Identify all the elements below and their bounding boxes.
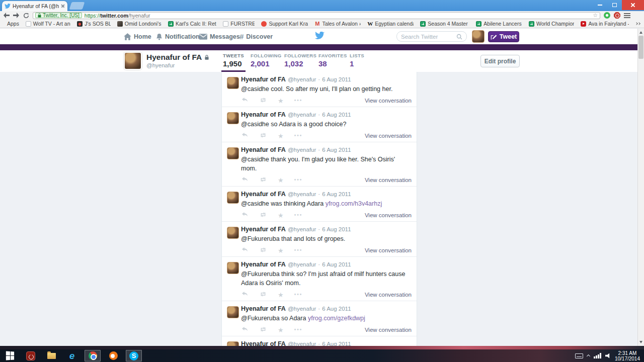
forward-button[interactable] [13,13,20,18]
reply-icon[interactable] [241,325,249,334]
nav-item-notifications[interactable]: Notifications [156,29,203,44]
tweet-author-handle[interactable]: @hyenafur [288,261,316,268]
tweet-avatar[interactable] [227,112,239,124]
tweet-author-name[interactable]: Hyenafur of FA [241,146,286,154]
close-button[interactable] [622,0,644,10]
keyboard-tray-icon[interactable] [575,353,583,358]
nav-item-home[interactable]: Home [124,29,151,44]
tweet-author-handle[interactable]: @hyenafur [288,305,316,313]
more-icon[interactable]: ••• [294,177,303,183]
tweet-author-handle[interactable]: @hyenafur [288,76,316,83]
chrome-menu-icon[interactable] [624,13,630,18]
tweet-timestamp[interactable]: 6 Aug 2011 [322,111,351,119]
tweet-item[interactable]: Hyenafur of FA @hyenafur · 6 Aug 2011 @F… [222,301,417,336]
retweet-icon[interactable] [259,175,267,185]
profile-name[interactable]: Hyenafur of FA [146,53,202,62]
tweet-item[interactable]: Hyenafur of FA @hyenafur · 6 Aug 2011 @F… [222,222,417,257]
tweet-timestamp[interactable]: 6 Aug 2011 [322,261,351,268]
nav-item-discover[interactable]: # Discover [239,29,273,44]
tweet-link[interactable]: yfrog.com/gzefkdwpj [308,315,365,322]
back-button[interactable] [3,13,10,18]
tweet-author-name[interactable]: Hyenafur of FA [241,226,286,233]
tweet-author-handle[interactable]: @hyenafur [288,191,316,198]
taskbar-gom-player[interactable] [105,350,121,361]
apps-shortcut[interactable]: Apps [4,21,19,27]
extension-icon-red[interactable] [614,12,620,19]
tweet-timestamp[interactable]: 6 Aug 2011 [322,226,351,233]
network-signal-icon[interactable] [594,353,601,358]
tweet-item[interactable]: Hyenafur of FA @hyenafur · 6 Aug 2011 @c… [222,72,417,107]
search-box[interactable] [396,31,467,42]
tweet-avatar[interactable] [227,262,239,274]
view-conversation-link[interactable]: View conversation [365,292,412,298]
tweet-author-name[interactable]: Hyenafur of FA [241,340,286,346]
maximize-button[interactable] [607,0,622,10]
bookmark-item[interactable]: M Tales of Avalon » Ju... [314,21,361,27]
retweet-icon[interactable] [259,325,267,334]
new-tab-button[interactable] [69,2,85,10]
tweet-link[interactable]: yfrog.com/h3v4arhzj [326,200,382,207]
tweet-timestamp[interactable]: 6 Aug 2011 [322,191,351,198]
bookmark-item[interactable]: Season 4 Master She... [420,21,469,27]
retweet-icon[interactable] [259,211,267,220]
tweet-author-handle[interactable]: @hyenafur [288,226,316,233]
bookmark-star-icon[interactable]: ☆ [593,13,598,18]
view-conversation-link[interactable]: View conversation [365,177,412,183]
nav-item-messages[interactable]: Messages [199,29,240,44]
profile-avatar[interactable] [124,52,142,70]
tweet-avatar[interactable] [227,192,239,204]
tweet-author-name[interactable]: Hyenafur of FA [241,111,286,119]
tweet-item[interactable]: Hyenafur of FA @hyenafur · 6 Aug 2011 @c… [222,187,417,222]
tweet-item[interactable]: Hyenafur of FA @hyenafur · 6 Aug 2011 @c… [222,107,417,142]
favorite-star-icon[interactable]: ★ [278,212,284,219]
tweet-avatar[interactable] [227,77,239,89]
reply-icon[interactable] [241,131,249,140]
tweet-avatar[interactable] [227,147,239,159]
taskbar-power-app[interactable] [23,350,39,361]
view-conversation-link[interactable]: View conversation [365,247,412,253]
reply-icon[interactable] [241,175,249,185]
reply-icon[interactable] [241,246,249,255]
nav-profile-avatar[interactable] [472,30,485,43]
taskbar-internet-explorer[interactable]: e [64,350,80,361]
tweet-item[interactable]: Hyenafur of FA @hyenafur · 6 Aug 2011 Wa… [222,336,417,346]
bookmark-item[interactable]: Abilene Lancers - G... [476,21,522,27]
bookmark-item[interactable]: J's SOS BLOG [77,21,111,27]
tweet-author-name[interactable]: Hyenafur of FA [241,76,286,83]
bookmark-item[interactable]: FURSTREAM [223,21,255,27]
stat-following[interactable]: FOLLOWING 2,001 [251,53,282,68]
tweet-author-name[interactable]: Hyenafur of FA [241,305,286,313]
taskbar-skype[interactable]: S [126,350,142,361]
tweet-author-handle[interactable]: @hyenafur [288,111,316,119]
more-icon[interactable]: ••• [294,292,303,297]
browser-tab[interactable]: Hyenafur of FA (@hyenafu [2,1,67,11]
reply-icon[interactable] [241,290,249,299]
more-icon[interactable]: ••• [294,133,303,138]
tweet-timestamp[interactable]: 6 Aug 2011 [322,76,351,83]
tweet-author-handle[interactable]: @hyenafur [288,146,316,154]
favorite-star-icon[interactable]: ★ [278,292,284,298]
start-button[interactable] [2,350,18,361]
tweet-button[interactable]: Tweet [488,31,519,42]
retweet-icon[interactable] [259,96,267,105]
bookmark-item[interactable]: Ava in Fairyland - Ra... [581,21,629,27]
minimize-button[interactable] [593,0,607,10]
tweet-author-name[interactable]: Hyenafur of FA [241,261,286,268]
edit-profile-button[interactable]: Edit profile [480,55,520,67]
reply-icon[interactable] [241,211,249,220]
more-icon[interactable]: ••• [294,98,303,103]
retweet-icon[interactable] [259,246,267,255]
bookmark-item[interactable]: Support Karl Kratt cr... [261,21,308,27]
reply-icon[interactable] [241,96,249,105]
tweet-timestamp[interactable]: 6 Aug 2011 [322,340,351,346]
page-scrollbar[interactable] [637,29,644,346]
tweet-item[interactable]: Hyenafur of FA @hyenafur · 6 Aug 2011 @F… [222,257,417,301]
more-icon[interactable]: ••• [294,327,303,332]
stat-tweets[interactable]: TWEETS 1,950 [223,53,244,68]
retweet-icon[interactable] [259,131,267,140]
favorite-star-icon[interactable]: ★ [278,133,284,139]
tweet-item[interactable]: Hyenafur of FA @hyenafur · 6 Aug 2011 @c… [222,142,417,187]
tweet-avatar[interactable] [227,306,239,318]
tray-expand-icon[interactable] [587,354,590,358]
view-conversation-link[interactable]: View conversation [365,98,412,104]
